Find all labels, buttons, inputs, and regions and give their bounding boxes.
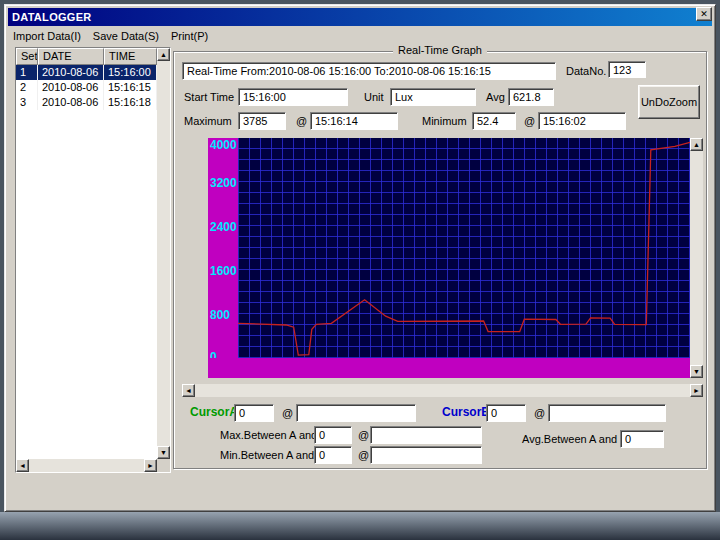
minimum-field[interactable]: 52.4 bbox=[472, 112, 516, 130]
at-symbol-cursor-b: @ bbox=[534, 407, 545, 419]
cursor-a-value-field[interactable]: 0 bbox=[234, 404, 274, 422]
arrow-left-icon: ◄ bbox=[19, 462, 26, 469]
panel-title: Real-Time Graph bbox=[393, 44, 487, 56]
min-between-time-field[interactable] bbox=[370, 446, 482, 464]
max-between-label: Max.Between A and B bbox=[220, 429, 328, 441]
scroll-track-vertical[interactable] bbox=[157, 61, 170, 446]
arrow-up-icon: ▲ bbox=[693, 141, 700, 148]
scroll-left-button[interactable]: ◄ bbox=[16, 459, 29, 472]
scroll-track-horizontal[interactable] bbox=[29, 459, 144, 472]
unit-label: Unit bbox=[364, 91, 384, 103]
x-axis-strip bbox=[208, 358, 690, 378]
scroll-track-horizontal[interactable] bbox=[195, 384, 690, 397]
table-row[interactable]: 1 2010-08-06 15:16:00 bbox=[16, 65, 157, 80]
scrollbar-corner bbox=[157, 459, 170, 472]
avg-between-label: Avg.Between A and B bbox=[522, 433, 628, 445]
at-symbol-cursor-a: @ bbox=[282, 407, 293, 419]
y-tick-label: 800 bbox=[210, 308, 230, 322]
cell-time: 15:16:15 bbox=[104, 80, 157, 95]
cell-set: 3 bbox=[16, 95, 38, 110]
cursor-b-value-field[interactable]: 0 bbox=[486, 404, 526, 422]
close-button[interactable]: ✕ bbox=[696, 7, 712, 21]
max-between-time-field[interactable] bbox=[370, 426, 482, 444]
minimum-label: Minimum bbox=[422, 115, 467, 127]
table-header-time[interactable]: TIME bbox=[104, 48, 157, 65]
avg-field[interactable]: 621.8 bbox=[508, 88, 554, 106]
max-between-value-field[interactable]: 0 bbox=[314, 426, 352, 444]
dataset-table-body: Set DATE TIME 1 2010-08-06 15:16:00 2 20… bbox=[16, 48, 157, 459]
table-row[interactable]: 3 2010-08-06 15:16:18 bbox=[16, 95, 157, 110]
arrow-right-icon: ► bbox=[693, 387, 700, 394]
undo-zoom-button[interactable]: UnDoZoom bbox=[638, 85, 700, 119]
cell-set: 2 bbox=[16, 80, 38, 95]
y-tick-label: 4000 bbox=[210, 138, 237, 152]
y-tick-label: 2400 bbox=[210, 220, 237, 234]
y-tick-label: 1600 bbox=[210, 264, 237, 278]
table-header-date[interactable]: DATE bbox=[38, 48, 104, 65]
min-between-value-field[interactable]: 0 bbox=[314, 446, 352, 464]
y-axis-strip: 4000 3200 2400 1600 800 0 bbox=[208, 138, 238, 378]
chart-plot-area[interactable] bbox=[238, 138, 690, 358]
table-row[interactable]: 2 2010-08-06 15:16:15 bbox=[16, 80, 157, 95]
data-no-label: DataNo. bbox=[566, 65, 606, 77]
scroll-right-button[interactable]: ► bbox=[144, 459, 157, 472]
avg-label: Avg bbox=[486, 91, 505, 103]
menu-import-data[interactable]: Import Data(I) bbox=[8, 28, 88, 44]
arrow-up-icon: ▲ bbox=[160, 51, 167, 58]
dataset-table: Set DATE TIME 1 2010-08-06 15:16:00 2 20… bbox=[15, 47, 171, 473]
at-symbol-maximum: @ bbox=[296, 115, 307, 127]
cell-set: 1 bbox=[16, 65, 38, 80]
scroll-down-button[interactable]: ▼ bbox=[690, 365, 703, 378]
menu-save-data[interactable]: Save Data(S) bbox=[88, 28, 166, 44]
arrow-down-icon: ▼ bbox=[160, 449, 167, 456]
y-tick-label: 3200 bbox=[210, 176, 237, 190]
window-title: DATALOGGER bbox=[8, 11, 92, 23]
menu-print[interactable]: Print(P) bbox=[166, 28, 215, 44]
cell-time: 15:16:00 bbox=[104, 65, 157, 80]
realtime-graph-panel: Real-Time Graph Real-Time From:2010-08-0… bbox=[173, 51, 707, 469]
avg-between-value-field[interactable]: 0 bbox=[620, 430, 664, 448]
scroll-up-button[interactable]: ▲ bbox=[690, 138, 703, 151]
scroll-down-button[interactable]: ▼ bbox=[157, 446, 170, 459]
data-no-field[interactable]: 123 bbox=[608, 61, 646, 78]
table-header-row: Set DATE TIME bbox=[16, 48, 157, 65]
cursor-b-label: CursorB bbox=[442, 405, 490, 419]
desktop-background bbox=[0, 512, 720, 540]
maximum-label: Maximum bbox=[184, 115, 232, 127]
arrow-left-icon: ◄ bbox=[185, 387, 192, 394]
graph-vertical-scrollbar[interactable]: ▲ ▼ bbox=[690, 138, 703, 378]
min-between-label: Min.Between A and B bbox=[220, 449, 325, 461]
cell-date: 2010-08-06 bbox=[38, 65, 104, 80]
table-vertical-scrollbar[interactable]: ▲ ▼ bbox=[157, 48, 170, 459]
minimum-time-field[interactable]: 15:16:02 bbox=[538, 112, 626, 130]
cursor-b-time-field[interactable] bbox=[548, 404, 666, 422]
realtime-range-field[interactable]: Real-Time From:2010-08-06 15:16:00 To:20… bbox=[182, 62, 556, 80]
table-horizontal-scrollbar[interactable]: ◄ ► bbox=[16, 459, 157, 472]
at-symbol-max-between: @ bbox=[358, 429, 369, 441]
close-icon: ✕ bbox=[700, 9, 708, 19]
cursor-a-label: CursorA bbox=[190, 405, 238, 419]
datalogger-window: DATALOGGER ✕ Import Data(I) Save Data(S)… bbox=[4, 4, 716, 512]
scroll-track-vertical[interactable] bbox=[690, 151, 703, 365]
cursor-a-time-field[interactable] bbox=[296, 404, 416, 422]
scroll-left-button[interactable]: ◄ bbox=[182, 384, 195, 397]
cell-date: 2010-08-06 bbox=[38, 95, 104, 110]
cell-time: 15:16:18 bbox=[104, 95, 157, 110]
scroll-right-button[interactable]: ► bbox=[690, 384, 703, 397]
graph-horizontal-scrollbar[interactable]: ◄ ► bbox=[182, 384, 703, 397]
start-time-field[interactable]: 15:16:00 bbox=[238, 88, 348, 106]
cell-date: 2010-08-06 bbox=[38, 80, 104, 95]
at-symbol-min-between: @ bbox=[358, 449, 369, 461]
chart-svg bbox=[238, 138, 690, 358]
menu-bar: Import Data(I) Save Data(S) Print(P) bbox=[8, 27, 712, 45]
start-time-label: Start Time bbox=[184, 91, 234, 103]
arrow-right-icon: ► bbox=[147, 462, 154, 469]
at-symbol-minimum: @ bbox=[524, 115, 535, 127]
title-bar[interactable]: DATALOGGER bbox=[8, 8, 712, 26]
arrow-down-icon: ▼ bbox=[693, 368, 700, 375]
maximum-time-field[interactable]: 15:16:14 bbox=[310, 112, 398, 130]
unit-field[interactable]: Lux bbox=[390, 88, 476, 106]
table-header-set[interactable]: Set bbox=[16, 48, 38, 65]
maximum-field[interactable]: 3785 bbox=[238, 112, 286, 130]
scroll-up-button[interactable]: ▲ bbox=[157, 48, 170, 61]
